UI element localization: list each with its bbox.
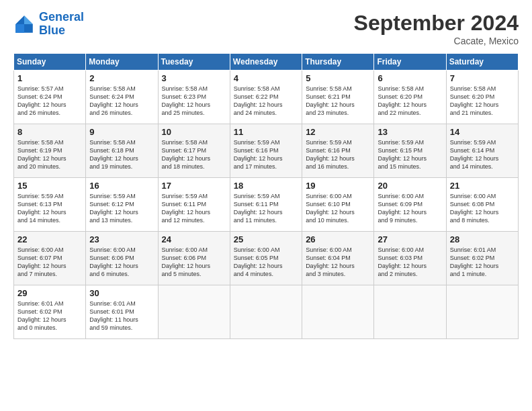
calendar-cell: 29Sunrise: 6:01 AM Sunset: 6:02 PM Dayli… bbox=[14, 285, 86, 339]
calendar-cell: 13Sunrise: 5:59 AM Sunset: 6:15 PM Dayli… bbox=[374, 124, 446, 178]
day-info: Sunrise: 5:58 AM Sunset: 6:21 PM Dayligh… bbox=[306, 85, 370, 118]
day-info: Sunrise: 5:59 AM Sunset: 6:11 PM Dayligh… bbox=[234, 192, 298, 225]
weekday-header: Friday bbox=[374, 54, 446, 71]
day-info: Sunrise: 5:58 AM Sunset: 6:20 PM Dayligh… bbox=[450, 85, 515, 118]
day-info: Sunrise: 6:01 AM Sunset: 6:02 PM Dayligh… bbox=[17, 300, 82, 332]
day-info: Sunrise: 6:00 AM Sunset: 6:05 PM Dayligh… bbox=[234, 246, 298, 279]
calendar-cell: 26Sunrise: 6:00 AM Sunset: 6:04 PM Dayli… bbox=[302, 232, 374, 285]
calendar-cell bbox=[302, 285, 374, 339]
day-info: Sunrise: 6:00 AM Sunset: 6:03 PM Dayligh… bbox=[378, 246, 442, 279]
day-info: Sunrise: 5:59 AM Sunset: 6:15 PM Dayligh… bbox=[378, 138, 442, 171]
svg-marker-2 bbox=[15, 24, 24, 33]
calendar-week-row: 1Sunrise: 5:57 AM Sunset: 6:24 PM Daylig… bbox=[14, 71, 519, 124]
calendar-cell: 16Sunrise: 5:59 AM Sunset: 6:12 PM Dayli… bbox=[86, 178, 158, 232]
day-info: Sunrise: 6:00 AM Sunset: 6:09 PM Dayligh… bbox=[378, 192, 442, 225]
calendar-cell: 24Sunrise: 6:00 AM Sunset: 6:06 PM Dayli… bbox=[158, 232, 230, 285]
calendar-cell: 19Sunrise: 6:00 AM Sunset: 6:10 PM Dayli… bbox=[302, 178, 374, 232]
calendar-cell: 28Sunrise: 6:01 AM Sunset: 6:02 PM Dayli… bbox=[446, 232, 518, 285]
calendar-cell: 15Sunrise: 5:59 AM Sunset: 6:13 PM Dayli… bbox=[14, 178, 86, 232]
day-number: 8 bbox=[17, 127, 82, 137]
day-number: 19 bbox=[306, 181, 370, 191]
calendar-cell: 9Sunrise: 5:58 AM Sunset: 6:18 PM Daylig… bbox=[86, 124, 158, 178]
day-number: 22 bbox=[17, 234, 82, 244]
day-number: 9 bbox=[89, 127, 154, 137]
calendar-cell: 25Sunrise: 6:00 AM Sunset: 6:05 PM Dayli… bbox=[230, 232, 302, 285]
day-number: 13 bbox=[378, 127, 442, 137]
logo-line2: Blue bbox=[39, 24, 65, 37]
day-info: Sunrise: 5:59 AM Sunset: 6:13 PM Dayligh… bbox=[17, 192, 82, 225]
day-info: Sunrise: 6:00 AM Sunset: 6:10 PM Dayligh… bbox=[306, 192, 370, 225]
calendar-cell: 10Sunrise: 5:58 AM Sunset: 6:17 PM Dayli… bbox=[158, 124, 230, 178]
day-number: 1 bbox=[17, 73, 82, 83]
calendar-cell: 3Sunrise: 5:58 AM Sunset: 6:23 PM Daylig… bbox=[158, 71, 230, 124]
location: Cacate, Mexico bbox=[354, 36, 519, 46]
day-number: 21 bbox=[450, 181, 515, 191]
day-number: 12 bbox=[306, 127, 370, 137]
logo-icon bbox=[13, 13, 35, 35]
calendar-cell bbox=[158, 285, 230, 339]
day-number: 10 bbox=[162, 127, 226, 137]
day-info: Sunrise: 5:59 AM Sunset: 6:16 PM Dayligh… bbox=[234, 138, 298, 171]
day-info: Sunrise: 5:59 AM Sunset: 6:16 PM Dayligh… bbox=[306, 138, 370, 171]
calendar-cell: 30Sunrise: 6:01 AM Sunset: 6:01 PM Dayli… bbox=[86, 285, 158, 339]
day-number: 30 bbox=[89, 288, 154, 298]
day-info: Sunrise: 6:01 AM Sunset: 6:02 PM Dayligh… bbox=[450, 246, 515, 279]
calendar-cell: 2Sunrise: 5:58 AM Sunset: 6:24 PM Daylig… bbox=[86, 71, 158, 124]
day-number: 25 bbox=[234, 234, 298, 244]
calendar-cell: 12Sunrise: 5:59 AM Sunset: 6:16 PM Dayli… bbox=[302, 124, 374, 178]
calendar-cell bbox=[374, 285, 446, 339]
calendar-week-row: 15Sunrise: 5:59 AM Sunset: 6:13 PM Dayli… bbox=[14, 178, 519, 232]
calendar-cell bbox=[446, 285, 518, 339]
day-number: 23 bbox=[89, 234, 154, 244]
logo-text: General Blue bbox=[39, 11, 84, 38]
day-number: 26 bbox=[306, 234, 370, 244]
calendar-body: 1Sunrise: 5:57 AM Sunset: 6:24 PM Daylig… bbox=[14, 71, 519, 339]
calendar-week-row: 8Sunrise: 5:58 AM Sunset: 6:19 PM Daylig… bbox=[14, 124, 519, 178]
day-info: Sunrise: 5:58 AM Sunset: 6:17 PM Dayligh… bbox=[162, 138, 226, 171]
svg-marker-1 bbox=[24, 15, 33, 24]
day-number: 2 bbox=[89, 73, 154, 83]
day-number: 11 bbox=[234, 127, 298, 137]
calendar-cell: 17Sunrise: 5:59 AM Sunset: 6:11 PM Dayli… bbox=[158, 178, 230, 232]
header: General Blue September 2024 Cacate, Mexi… bbox=[13, 11, 519, 46]
day-info: Sunrise: 6:01 AM Sunset: 6:01 PM Dayligh… bbox=[89, 300, 154, 332]
day-info: Sunrise: 5:58 AM Sunset: 6:22 PM Dayligh… bbox=[234, 85, 298, 118]
day-info: Sunrise: 5:59 AM Sunset: 6:12 PM Dayligh… bbox=[89, 192, 154, 225]
page: General Blue September 2024 Cacate, Mexi… bbox=[0, 0, 532, 411]
day-number: 20 bbox=[378, 181, 442, 191]
day-info: Sunrise: 6:00 AM Sunset: 6:06 PM Dayligh… bbox=[162, 246, 226, 279]
day-number: 24 bbox=[162, 234, 226, 244]
calendar-cell: 21Sunrise: 6:00 AM Sunset: 6:08 PM Dayli… bbox=[446, 178, 518, 232]
calendar-cell: 8Sunrise: 5:58 AM Sunset: 6:19 PM Daylig… bbox=[14, 124, 86, 178]
weekday-header: Thursday bbox=[302, 54, 374, 71]
calendar-table: SundayMondayTuesdayWednesdayThursdayFrid… bbox=[13, 53, 519, 339]
calendar-cell: 22Sunrise: 6:00 AM Sunset: 6:07 PM Dayli… bbox=[14, 232, 86, 285]
weekday-header: Tuesday bbox=[158, 54, 230, 71]
logo-line1: General bbox=[39, 10, 84, 24]
calendar-cell: 18Sunrise: 5:59 AM Sunset: 6:11 PM Dayli… bbox=[230, 178, 302, 232]
calendar-cell: 27Sunrise: 6:00 AM Sunset: 6:03 PM Dayli… bbox=[374, 232, 446, 285]
day-number: 7 bbox=[450, 73, 515, 83]
day-number: 17 bbox=[162, 181, 226, 191]
day-info: Sunrise: 5:58 AM Sunset: 6:18 PM Dayligh… bbox=[89, 138, 154, 171]
calendar-cell: 6Sunrise: 5:58 AM Sunset: 6:20 PM Daylig… bbox=[374, 71, 446, 124]
calendar-header-row: SundayMondayTuesdayWednesdayThursdayFrid… bbox=[14, 54, 519, 71]
day-number: 3 bbox=[162, 73, 226, 83]
calendar-cell: 14Sunrise: 5:59 AM Sunset: 6:14 PM Dayli… bbox=[446, 124, 518, 178]
calendar-cell: 4Sunrise: 5:58 AM Sunset: 6:22 PM Daylig… bbox=[230, 71, 302, 124]
day-number: 15 bbox=[17, 181, 82, 191]
day-info: Sunrise: 5:58 AM Sunset: 6:19 PM Dayligh… bbox=[17, 138, 82, 171]
day-info: Sunrise: 5:59 AM Sunset: 6:14 PM Dayligh… bbox=[450, 138, 515, 171]
weekday-header: Saturday bbox=[446, 54, 518, 71]
calendar-cell: 7Sunrise: 5:58 AM Sunset: 6:20 PM Daylig… bbox=[446, 71, 518, 124]
weekday-header: Wednesday bbox=[230, 54, 302, 71]
day-info: Sunrise: 6:00 AM Sunset: 6:07 PM Dayligh… bbox=[17, 246, 82, 279]
calendar-cell: 20Sunrise: 6:00 AM Sunset: 6:09 PM Dayli… bbox=[374, 178, 446, 232]
day-number: 28 bbox=[450, 234, 515, 244]
calendar-week-row: 29Sunrise: 6:01 AM Sunset: 6:02 PM Dayli… bbox=[14, 285, 519, 339]
day-info: Sunrise: 5:58 AM Sunset: 6:24 PM Dayligh… bbox=[89, 85, 154, 118]
calendar-cell: 11Sunrise: 5:59 AM Sunset: 6:16 PM Dayli… bbox=[230, 124, 302, 178]
day-number: 4 bbox=[234, 73, 298, 83]
weekday-header: Sunday bbox=[14, 54, 86, 71]
day-info: Sunrise: 5:57 AM Sunset: 6:24 PM Dayligh… bbox=[17, 85, 82, 118]
